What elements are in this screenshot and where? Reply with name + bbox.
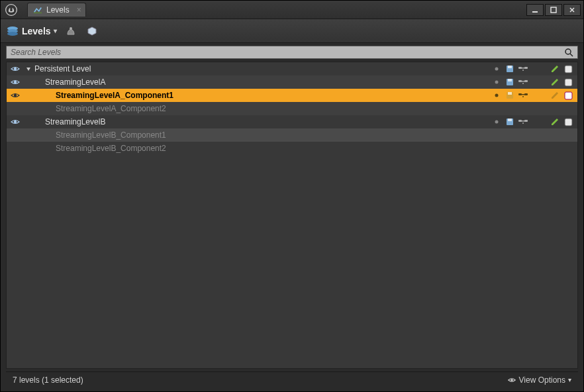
level-name: StreamingLevelB_Component2 xyxy=(33,144,573,153)
save-icon[interactable] xyxy=(505,77,515,87)
level-name: StreamingLevelB xyxy=(33,117,491,126)
view-options-label: View Options xyxy=(519,375,565,385)
svg-rect-3 xyxy=(551,7,556,13)
tab-label: Levels xyxy=(46,5,70,15)
svg-point-20 xyxy=(495,81,499,84)
level-box-icon[interactable] xyxy=(563,64,573,74)
level-box-icon[interactable] xyxy=(563,90,573,101)
save-icon[interactable] xyxy=(505,64,515,74)
level-row[interactable]: StreamingLevelA_Component1 xyxy=(7,89,577,102)
svg-rect-25 xyxy=(521,81,525,82)
visibility-toggle[interactable] xyxy=(7,117,24,127)
visibility-toggle[interactable] xyxy=(7,90,24,101)
levels-tab-icon xyxy=(33,5,42,15)
svg-point-28 xyxy=(14,94,17,97)
svg-rect-18 xyxy=(565,66,572,73)
levels-dropdown-label: Levels xyxy=(22,26,51,36)
svg-rect-34 xyxy=(521,94,525,95)
level-box-icon[interactable] xyxy=(563,77,573,87)
level-row[interactable]: StreamingLevelB xyxy=(7,115,577,128)
visibility-toggle[interactable] xyxy=(7,77,24,87)
search-icon[interactable] xyxy=(564,48,573,57)
eye-icon xyxy=(507,375,516,385)
level-name: StreamingLevelA xyxy=(33,77,491,87)
level-status-dot-icon xyxy=(491,117,502,127)
level-name: StreamingLevelB_Component1 xyxy=(33,130,573,140)
svg-rect-31 xyxy=(508,92,512,95)
expand-toggle[interactable] xyxy=(24,66,33,72)
level-status-dot-icon xyxy=(491,90,502,101)
level-row[interactable]: StreamingLevelB_Component1 xyxy=(7,128,577,142)
save-icon[interactable] xyxy=(505,117,515,127)
gamepad-icon[interactable] xyxy=(518,77,528,87)
status-text: 7 levels (1 selected) xyxy=(13,375,83,385)
svg-point-46 xyxy=(511,379,513,381)
svg-point-35 xyxy=(522,96,524,97)
gamepad-icon[interactable] xyxy=(518,117,528,127)
svg-rect-13 xyxy=(508,66,512,68)
toolbar: Levels ▾ xyxy=(1,19,583,43)
level-row[interactable]: StreamingLevelA xyxy=(7,75,577,89)
close-icon[interactable]: × xyxy=(77,5,81,15)
level-name: StreamingLevelA_Component1 xyxy=(33,91,491,100)
svg-rect-43 xyxy=(521,121,525,122)
svg-point-0 xyxy=(6,4,17,15)
svg-point-7 xyxy=(70,27,72,30)
svg-point-38 xyxy=(495,121,499,124)
svg-point-10 xyxy=(14,68,17,70)
svg-rect-2 xyxy=(532,11,538,13)
svg-line-9 xyxy=(570,54,573,56)
svg-rect-22 xyxy=(508,79,512,81)
svg-rect-45 xyxy=(565,119,572,126)
svg-point-26 xyxy=(522,83,524,84)
level-status-dot-icon xyxy=(491,77,502,87)
level-status-dot-icon xyxy=(491,64,502,74)
svg-point-11 xyxy=(495,68,499,71)
svg-point-29 xyxy=(495,94,499,97)
search-input[interactable] xyxy=(11,48,564,57)
levels-dropdown[interactable]: Levels ▾ xyxy=(6,24,57,38)
level-row[interactable]: StreamingLevelA_Component2 xyxy=(7,102,577,115)
summon-level-details-button[interactable] xyxy=(64,24,78,38)
svg-rect-1 xyxy=(34,13,42,14)
svg-point-6 xyxy=(7,32,18,36)
chevron-down-icon: ▾ xyxy=(54,27,57,34)
level-row[interactable]: StreamingLevelB_Component2 xyxy=(7,142,577,155)
visibility-toggle[interactable] xyxy=(7,64,24,74)
svg-point-37 xyxy=(14,121,17,123)
maximize-button[interactable] xyxy=(545,4,562,16)
svg-rect-36 xyxy=(565,92,572,99)
source-control-button[interactable] xyxy=(85,24,99,38)
svg-point-44 xyxy=(522,122,524,124)
levels-tree[interactable]: Persistent LevelStreamingLevelAStreaming… xyxy=(6,62,578,369)
level-row[interactable]: Persistent Level xyxy=(7,62,577,75)
level-color-icon[interactable] xyxy=(550,117,560,127)
svg-rect-40 xyxy=(508,119,512,121)
level-box-icon[interactable] xyxy=(563,117,573,127)
svg-rect-16 xyxy=(521,68,525,69)
view-options-dropdown[interactable]: View Options ▾ xyxy=(507,375,571,385)
level-name: StreamingLevelA_Component2 xyxy=(33,104,573,113)
svg-point-8 xyxy=(565,49,571,54)
search-bar[interactable] xyxy=(6,46,578,59)
gamepad-icon[interactable] xyxy=(518,90,528,101)
save-icon[interactable] xyxy=(505,90,515,101)
level-color-icon[interactable] xyxy=(550,77,560,87)
level-color-icon[interactable] xyxy=(550,64,560,74)
svg-rect-27 xyxy=(565,79,572,86)
svg-point-17 xyxy=(522,70,524,71)
level-name: Persistent Level xyxy=(33,64,491,74)
level-color-icon[interactable] xyxy=(550,90,560,101)
gamepad-icon[interactable] xyxy=(518,64,528,74)
statusbar: 7 levels (1 selected) View Options ▾ xyxy=(6,371,578,387)
titlebar: Levels × xyxy=(1,1,583,19)
tab-levels[interactable]: Levels × xyxy=(27,3,86,17)
chevron-down-icon: ▾ xyxy=(568,376,571,383)
levels-icon xyxy=(6,24,19,38)
unreal-logo-icon xyxy=(3,2,19,18)
svg-point-19 xyxy=(14,81,17,83)
minimize-button[interactable] xyxy=(526,4,544,16)
close-button[interactable] xyxy=(563,4,581,16)
